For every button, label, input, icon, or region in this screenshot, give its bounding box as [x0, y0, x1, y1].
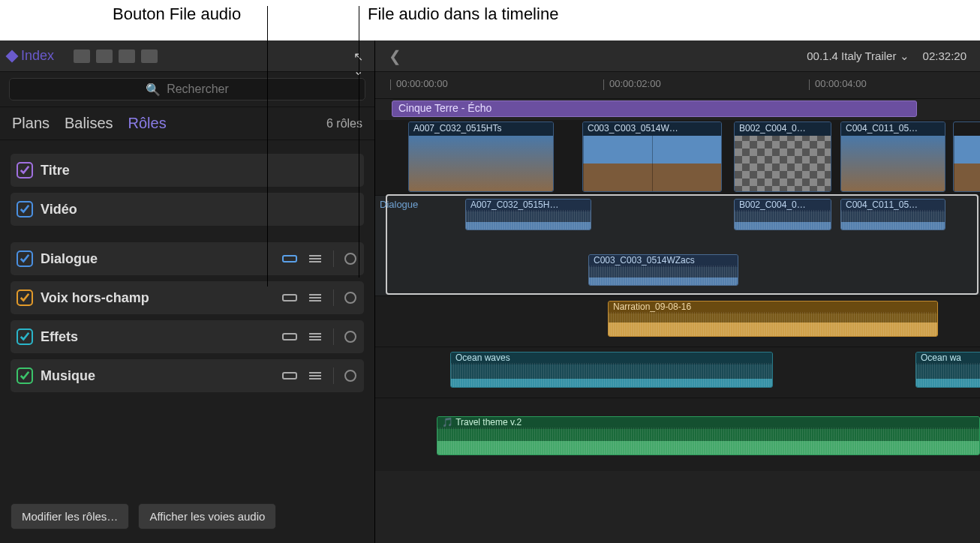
sidebar: Index ↖ ⌄ 🔍 Rechercher Plans Balises Rôl… — [0, 40, 375, 543]
ruler-tick: 00:00:00:00 — [396, 78, 448, 89]
role-count: 6 rôles — [326, 117, 362, 130]
dialogue-clip[interactable]: C003_C003_0514WZacs — [588, 254, 738, 286]
role-label: Dialogue — [41, 251, 275, 267]
focus-button[interactable] — [344, 331, 356, 343]
index-tabs: Plans Balises Rôles 6 rôles — [0, 107, 374, 140]
clip-label: B002_C004_0… — [735, 122, 831, 136]
role-label: Effets — [41, 329, 275, 345]
project-title[interactable]: 00.1.4 Italy Trailer ⌄ — [415, 50, 909, 63]
video-clip[interactable] — [953, 122, 980, 192]
back-button[interactable]: ❮ — [389, 47, 401, 65]
effects-clip[interactable]: Ocean wa — [915, 352, 980, 388]
role-label: Voix hors-champ — [41, 290, 275, 306]
sublane-button[interactable] — [308, 332, 323, 342]
role-checkbox[interactable] — [17, 162, 33, 178]
timeline[interactable]: ❮ 00.1.4 Italy Trailer ⌄ 02:32:20 00:00:… — [375, 40, 980, 543]
role-label: Musique — [41, 368, 275, 384]
time-ruler[interactable]: 00:00:00:00 00:00:02:00 00:00:04:00 — [375, 72, 980, 99]
title-lane: Cinque Terre - Écho — [375, 99, 980, 120]
role-checkbox[interactable] — [17, 368, 33, 384]
clip-label: A007_C032_0515HTs — [409, 122, 553, 136]
timeline-header: ❮ 00.1.4 Italy Trailer ⌄ 02:32:20 — [375, 40, 980, 72]
view-icon-4[interactable] — [141, 50, 158, 63]
focus-button[interactable] — [344, 292, 356, 304]
effects-clip[interactable]: Ocean waves — [450, 352, 773, 388]
video-clip[interactable]: A007_C032_0515HTs — [408, 122, 554, 192]
audio-lane-button[interactable] — [282, 332, 297, 342]
title-clip[interactable]: Cinque Terre - Écho — [392, 100, 917, 117]
sublane-button[interactable] — [308, 292, 323, 303]
sublane-button[interactable] — [308, 370, 323, 381]
audio-lane-button[interactable] — [282, 292, 297, 303]
index-diamond-icon — [6, 50, 19, 62]
search-input[interactable]: 🔍 Rechercher — [9, 78, 365, 100]
timeline-view-buttons — [74, 50, 158, 63]
role-row-video[interactable]: Vidéo — [11, 193, 364, 226]
select-tool-button[interactable]: ↖ ⌄ — [353, 50, 367, 63]
video-clip[interactable]: C004_C011_05… — [840, 122, 945, 192]
audio-lane-button[interactable] — [282, 254, 297, 264]
tab-clips[interactable]: Plans — [12, 115, 50, 132]
role-row-titre[interactable]: Titre — [11, 154, 364, 187]
music-icon: 🎵 — [442, 417, 453, 428]
sublane-button[interactable] — [308, 254, 323, 264]
app-window: Index ↖ ⌄ 🔍 Rechercher Plans Balises Rôl… — [0, 40, 980, 543]
effects-lane: Ocean waves Ocean wa — [375, 346, 980, 398]
ruler-tick: 00:00:02:00 — [609, 78, 661, 89]
roles-list: Titre Vidéo Dialogue — [0, 140, 374, 494]
view-icon-3[interactable] — [119, 50, 135, 63]
dialogue-clip[interactable]: C004_C011_05… — [840, 199, 945, 230]
focus-button[interactable] — [344, 253, 356, 265]
svg-rect-0 — [283, 256, 296, 262]
sidebar-toolbar: Index ↖ ⌄ — [0, 40, 374, 72]
svg-rect-8 — [283, 334, 296, 340]
view-icon-1[interactable] — [74, 50, 90, 63]
video-clip[interactable]: B002_C004_0… — [734, 122, 831, 192]
view-icon-2[interactable] — [96, 50, 113, 63]
clip-label: C003_C003_0514W… — [583, 122, 721, 136]
header-timecode: 02:32:20 — [923, 50, 966, 62]
video-lane: A007_C032_0515HTs C003_C003_0514W… B002_… — [375, 120, 980, 195]
dialogue-lane: Dialogue A007_C032_0515H… B002_C004_0… C… — [375, 195, 980, 296]
tab-roles[interactable]: Rôles — [128, 115, 167, 132]
music-clip[interactable]: 🎵 Travel theme v.2 — [437, 416, 980, 455]
role-checkbox[interactable] — [17, 290, 33, 306]
role-row-dialogue[interactable]: Dialogue — [11, 242, 364, 275]
svg-rect-4 — [283, 295, 296, 301]
tab-tags[interactable]: Balises — [65, 115, 113, 132]
role-label: Titre — [41, 163, 356, 178]
voiceover-lane: Narration_09-08-16 — [375, 296, 980, 346]
role-row-musique[interactable]: Musique — [11, 359, 364, 392]
edit-roles-button[interactable]: Modifier les rôles… — [11, 503, 129, 530]
lane-label: Dialogue — [380, 199, 418, 210]
voiceover-clip[interactable]: Narration_09-08-16 — [608, 301, 938, 337]
role-label: Vidéo — [41, 202, 356, 218]
callout-right: File audio dans la timeline — [368, 4, 558, 24]
clip-label: C004_C011_05… — [841, 122, 945, 136]
focus-button[interactable] — [344, 370, 356, 382]
search-icon: 🔍 — [146, 82, 161, 97]
music-lane: 🎵 Travel theme v.2 — [375, 398, 980, 471]
role-row-voixhorschamp[interactable]: Voix hors-champ — [11, 281, 364, 314]
sidebar-footer: Modifier les rôles… Afficher les voies a… — [0, 494, 374, 543]
role-row-effets[interactable]: Effets — [11, 320, 364, 353]
callout-left: Bouton File audio — [113, 4, 241, 24]
video-clip[interactable]: C003_C003_0514W… — [582, 122, 722, 192]
role-checkbox[interactable] — [17, 328, 33, 345]
show-audio-lanes-button[interactable]: Afficher les voies audio — [138, 503, 276, 530]
role-checkbox[interactable] — [17, 201, 33, 218]
search-placeholder: Rechercher — [167, 82, 229, 96]
audio-lane-button[interactable] — [282, 370, 297, 381]
svg-rect-12 — [283, 373, 296, 379]
dialogue-clip[interactable]: A007_C032_0515H… — [465, 199, 591, 230]
ruler-tick: 00:00:04:00 — [815, 78, 867, 89]
role-checkbox[interactable] — [17, 250, 33, 267]
dialogue-clip[interactable]: B002_C004_0… — [734, 199, 831, 230]
index-button[interactable]: Index — [8, 48, 54, 64]
index-label: Index — [21, 48, 54, 64]
